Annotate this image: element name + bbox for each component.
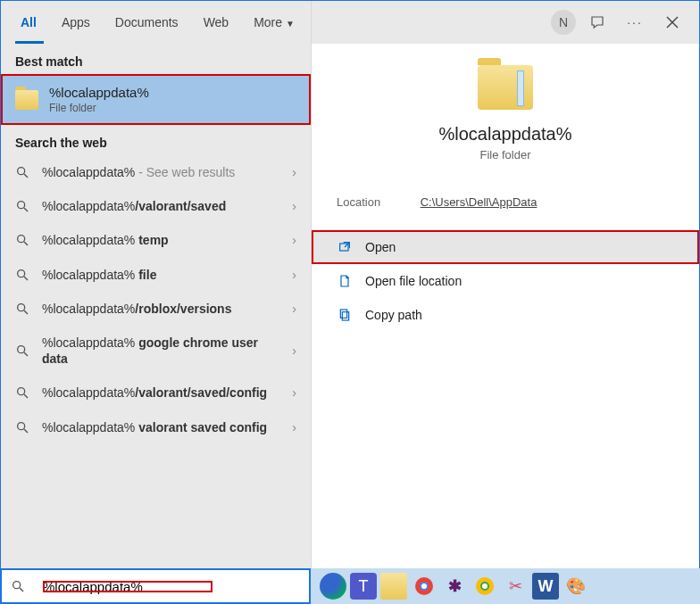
tab-apps[interactable]: Apps (49, 3, 103, 42)
action-copy-path-label: Copy path (365, 308, 422, 322)
taskbar: T ✱ ✂ W 🎨 (311, 568, 700, 604)
svg-point-4 (18, 236, 25, 243)
svg-point-21 (13, 582, 21, 589)
search-web-heading: Search the web (1, 125, 311, 155)
svg-line-1 (24, 174, 28, 178)
tab-web[interactable]: Web (191, 3, 242, 42)
web-result-text: %localappdata% file (42, 267, 292, 283)
taskbar-teams-icon[interactable]: T (350, 573, 377, 600)
copy-icon (337, 307, 353, 323)
svg-line-9 (24, 310, 28, 314)
best-match-heading: Best match (1, 44, 311, 74)
feedback-icon[interactable] (581, 6, 613, 38)
chevron-right-icon: › (292, 343, 296, 358)
svg-line-7 (24, 277, 28, 280)
search-icon (11, 579, 25, 593)
web-result-row[interactable]: %localappdata%/valorant/saved/config› (1, 376, 311, 410)
web-result-text: %localappdata%/valorant/saved/config (42, 385, 292, 401)
search-icon (15, 385, 29, 400)
search-input[interactable] (43, 579, 212, 594)
search-icon (15, 302, 29, 316)
web-results-list: %localappdata% - See web results›%locala… (1, 155, 311, 568)
action-open-location-label: Open file location (365, 274, 462, 288)
best-match-subtitle: File folder (49, 102, 149, 114)
taskbar-chrome-icon[interactable] (411, 573, 438, 600)
chevron-down-icon: ▼ (286, 19, 295, 29)
folder-icon (15, 90, 38, 110)
search-icon (15, 343, 29, 358)
web-result-row[interactable]: %localappdata% - See web results› (1, 155, 311, 189)
action-copy-path[interactable]: Copy path (312, 298, 699, 332)
more-options-icon[interactable]: ··· (619, 6, 651, 38)
svg-point-6 (18, 269, 25, 277)
svg-line-22 (20, 588, 23, 592)
chevron-right-icon: › (292, 233, 296, 247)
taskbar-edge-icon[interactable] (320, 573, 346, 600)
location-label: Location (337, 195, 417, 209)
svg-line-3 (24, 208, 28, 211)
action-open-location[interactable]: Open file location (312, 264, 699, 298)
open-location-icon (337, 273, 353, 289)
web-result-row[interactable]: %localappdata%/valorant/saved› (1, 189, 311, 223)
chevron-right-icon: › (292, 165, 296, 179)
web-result-text: %localappdata%/roblox/versions (42, 301, 292, 317)
web-result-row[interactable]: %localappdata% valorant saved config› (1, 410, 311, 444)
search-icon (15, 165, 29, 179)
preview-title: %localappdata% (439, 124, 572, 145)
tab-all[interactable]: All (8, 3, 49, 42)
web-result-text: %localappdata% - See web results (42, 164, 292, 180)
taskbar-area: T ✱ ✂ W 🎨 (0, 568, 700, 604)
taskbar-paint-icon[interactable]: 🎨 (562, 573, 589, 600)
svg-point-8 (18, 304, 25, 311)
preview-panel: N ··· %localappdata% File folder Locatio… (312, 1, 699, 568)
location-row: Location C:\Users\Dell\AppData (312, 178, 699, 227)
chevron-right-icon: › (292, 268, 296, 282)
svg-point-14 (18, 422, 25, 429)
svg-point-25 (421, 583, 427, 589)
search-box[interactable] (0, 568, 311, 604)
taskbar-slack-icon[interactable]: ✱ (441, 573, 468, 600)
open-icon (337, 239, 353, 255)
web-result-row[interactable]: %localappdata% temp› (1, 223, 311, 257)
web-result-row[interactable]: %localappdata%/roblox/versions› (1, 292, 311, 326)
svg-point-2 (18, 202, 25, 209)
svg-line-13 (24, 394, 28, 398)
web-result-text: %localappdata% valorant saved config (42, 419, 292, 435)
search-left-panel: All Apps Documents Web More▼ Best match … (1, 1, 312, 568)
preview-subtitle: File folder (479, 148, 530, 161)
filter-tabs: All Apps Documents Web More▼ (1, 1, 311, 44)
close-icon[interactable] (656, 6, 688, 38)
tab-documents[interactable]: Documents (103, 3, 191, 42)
svg-rect-19 (340, 310, 346, 318)
chevron-right-icon: › (292, 302, 296, 316)
search-icon (15, 233, 29, 247)
taskbar-explorer-icon[interactable] (380, 573, 407, 600)
action-open-label: Open (365, 240, 396, 254)
chevron-right-icon: › (292, 420, 296, 434)
action-open[interactable]: Open (312, 230, 699, 264)
taskbar-chrome2-icon[interactable] (471, 573, 498, 600)
active-tab-indicator (15, 41, 44, 44)
folder-large-icon (478, 65, 533, 110)
window-header-actions: N ··· (312, 1, 699, 44)
location-link[interactable]: C:\Users\Dell\AppData (421, 195, 538, 209)
svg-line-11 (24, 352, 28, 356)
taskbar-snip-icon[interactable]: ✂ (502, 573, 529, 600)
svg-line-15 (24, 429, 28, 433)
tab-more[interactable]: More▼ (241, 3, 307, 42)
chevron-right-icon: › (292, 385, 296, 400)
svg-point-10 (18, 346, 25, 353)
svg-point-0 (18, 168, 25, 175)
web-result-text: %localappdata% google chrome user data (42, 335, 292, 367)
taskbar-word-icon[interactable]: W (532, 573, 559, 600)
search-icon (15, 420, 29, 434)
user-avatar[interactable]: N (551, 10, 576, 35)
search-icon (15, 199, 29, 213)
best-match-title: %localappdata% (49, 85, 149, 100)
web-result-row[interactable]: %localappdata% google chrome user data› (1, 326, 311, 376)
search-icon (15, 268, 29, 282)
web-result-row[interactable]: %localappdata% file› (1, 258, 311, 292)
best-match-result[interactable]: %localappdata% File folder (1, 74, 311, 125)
svg-rect-20 (342, 312, 348, 320)
chevron-right-icon: › (292, 199, 296, 213)
